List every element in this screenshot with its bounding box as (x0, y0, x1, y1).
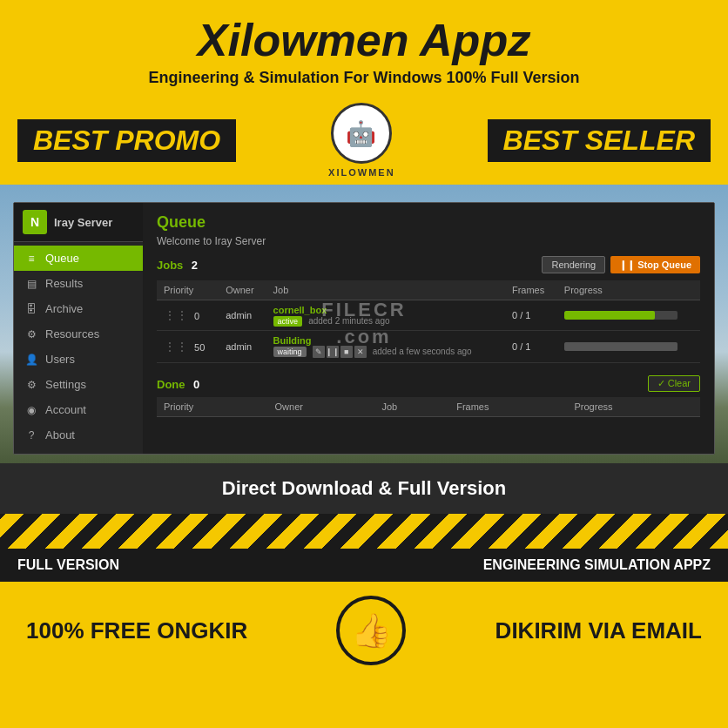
done-label-group: Done 0 (157, 376, 199, 392)
col-owner: Owner (219, 280, 266, 300)
ongkir-text: 100% FREE ONGKIR (26, 617, 247, 644)
progress-cell (557, 331, 700, 363)
users-icon: 👤 (24, 354, 38, 365)
table-row: ⋮⋮ 0 admin cornell_box active added 2 mi… (157, 300, 700, 331)
action-buttons: Rendering ❙❙ Stop Queue (542, 256, 700, 273)
sidebar-logo: N (23, 210, 47, 234)
col-progress: Progress (568, 397, 701, 417)
table-row: ⋮⋮ 50 admin Building waiting ✎ ❙❙ ■ ✕ (157, 331, 700, 363)
settings-icon: ⚙ (24, 380, 38, 390)
col-progress: Progress (557, 280, 700, 300)
clear-button[interactable]: ✓ Clear (648, 375, 700, 392)
subtitle: Engineering & Simulation For Windows 100… (9, 69, 719, 87)
progress-bar-empty (564, 342, 677, 351)
download-section: Direct Download & Full Version (0, 463, 728, 514)
done-header: Done 0 ✓ Clear (157, 375, 700, 392)
full-version-right: ENGINEERING SIMULATION APPZ (483, 557, 711, 573)
col-priority: Priority (157, 280, 219, 300)
jobs-label-group: Jobs 2 (157, 257, 198, 273)
sidebar-header: N Iray Server (14, 203, 143, 242)
progress-cell (557, 300, 700, 331)
status-badge-waiting: waiting (273, 347, 307, 357)
main-title: Xilowmen Appz (9, 16, 719, 65)
job-name: Building (273, 335, 312, 346)
col-job: Job (266, 280, 505, 300)
edit-button[interactable]: ✎ (313, 346, 325, 358)
row-actions: ✎ ❙❙ ■ ✕ (313, 346, 367, 358)
col-priority: Priority (157, 397, 268, 417)
jobs-count: 2 (192, 259, 198, 272)
priority-cell: ⋮⋮ 0 (157, 300, 219, 331)
frames-cell: 0 / 1 (505, 300, 557, 331)
logo-char: 🤖 (346, 119, 378, 148)
promo-left-label: BEST PROMO (17, 119, 236, 162)
jobs-label: Jobs (157, 259, 183, 272)
logo-circle: 🤖 (331, 103, 392, 164)
sidebar-nav: ≡ Queue ▤ Results 🗄 Archive ⚙ Resources … (14, 242, 143, 455)
results-icon: ▤ (24, 279, 38, 289)
top-section: Xilowmen Appz Engineering & Simulation F… (0, 0, 728, 96)
done-section: Done 0 ✓ Clear Priority Owner Job Frames… (157, 375, 700, 417)
col-owner: Owner (268, 397, 375, 417)
sidebar-item-settings[interactable]: ⚙ Settings (14, 372, 143, 397)
archive-icon: 🗄 (24, 304, 38, 314)
promo-bar: BEST PROMO 🤖 XILOWMEN BEST SELLER (0, 96, 728, 185)
pause-button[interactable]: ❙❙ (327, 346, 339, 358)
stop-queue-button[interactable]: ❙❙ Stop Queue (610, 256, 700, 273)
queue-table: Priority Owner Job Frames Progress ⋮⋮ 0 … (157, 280, 700, 363)
page-title: Queue (157, 213, 700, 232)
sidebar-item-archive[interactable]: 🗄 Archive (14, 296, 143, 321)
drag-handle: ⋮⋮ (164, 308, 188, 322)
stop-button[interactable]: ■ (340, 346, 353, 358)
job-cell: cornell_box active added 2 minutes ago (266, 300, 505, 331)
app-ui: N Iray Server ≡ Queue ▤ Results 🗄 Archiv… (13, 202, 715, 455)
main-content: Queue Welcome to Iray Server Jobs 2 Rend… (143, 203, 714, 454)
logo-name: XILOWMEN (328, 167, 395, 178)
owner-cell: admin (219, 300, 266, 331)
progress-bar-container (564, 311, 677, 320)
full-version-bar: FULL VERSION ENGINEERING SIMULATION APPZ (0, 549, 728, 582)
time-ago: added 2 minutes ago (308, 316, 389, 326)
col-frames: Frames (449, 397, 567, 417)
queue-icon: ≡ (24, 253, 38, 264)
owner-cell: admin (219, 331, 266, 363)
resources-icon: ⚙ (24, 329, 38, 340)
bottom-bar: 100% FREE ONGKIR 👍 DIKIRIM VIA EMAIL (0, 582, 728, 679)
col-job: Job (374, 397, 449, 417)
welcome-text: Welcome to Iray Server (157, 235, 700, 247)
sidebar-item-users[interactable]: 👤 Users (14, 347, 143, 372)
time-ago: added a few seconds ago (373, 347, 472, 356)
jobs-header: Jobs 2 Rendering ❙❙ Stop Queue (157, 256, 700, 273)
job-name: cornell_box (273, 305, 327, 315)
sidebar-server-name: Iray Server (54, 216, 112, 229)
status-badge-active: active (273, 316, 303, 327)
delete-button[interactable]: ✕ (354, 346, 367, 358)
logo-center: 🤖 XILOWMEN (328, 103, 395, 178)
sidebar-item-queue[interactable]: ≡ Queue (14, 246, 143, 271)
drag-handle: ⋮⋮ (164, 340, 188, 354)
promo-right-label: BEST SELLER (488, 119, 711, 162)
done-count: 0 (193, 378, 199, 391)
thumb-icon: 👍 (336, 596, 406, 665)
job-cell: Building waiting ✎ ❙❙ ■ ✕ added a few se… (266, 331, 505, 363)
done-table: Priority Owner Job Frames Progress (157, 397, 700, 417)
sidebar-item-about[interactable]: ? About (14, 422, 143, 448)
col-frames: Frames (505, 280, 557, 300)
sidebar-item-logout[interactable]: ⏏ Logout (14, 448, 143, 455)
priority-cell: ⋮⋮ 50 (157, 331, 219, 363)
rendering-button[interactable]: Rendering (542, 256, 605, 273)
screenshot-area: N Iray Server ≡ Queue ▤ Results 🗄 Archiv… (0, 185, 728, 463)
sidebar: N Iray Server ≡ Queue ▤ Results 🗄 Archiv… (14, 203, 143, 454)
email-text: DIKIRIM VIA EMAIL (495, 617, 702, 644)
progress-bar-container (564, 342, 677, 351)
full-version-left: FULL VERSION (17, 557, 119, 573)
sidebar-item-account[interactable]: ◉ Account (14, 397, 143, 422)
account-icon: ◉ (24, 405, 38, 415)
about-icon: ? (24, 430, 38, 441)
frames-cell: 0 / 1 (505, 331, 557, 363)
done-label: Done (157, 378, 185, 391)
sidebar-item-resources[interactable]: ⚙ Resources (14, 321, 143, 347)
stripes-section (0, 514, 728, 549)
progress-bar-fill (564, 311, 655, 320)
sidebar-item-results[interactable]: ▤ Results (14, 271, 143, 296)
